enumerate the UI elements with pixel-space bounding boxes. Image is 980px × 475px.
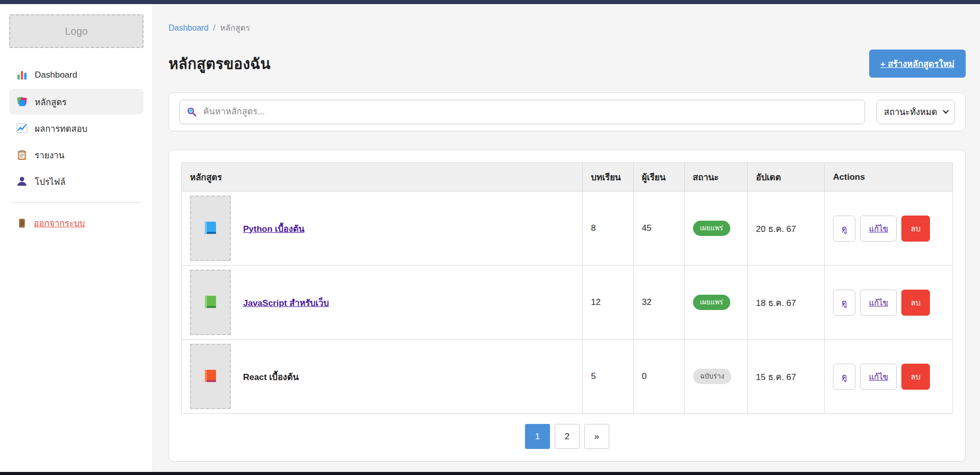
status-filter-wrapper: สถานะทั้งหมด <box>876 100 955 124</box>
page-button-next[interactable]: » <box>584 424 609 449</box>
status-filter-select[interactable]: สถานะทั้งหมด <box>876 100 955 124</box>
title-row: หลักสูตรของฉัน + สร้างหลักสูตรใหม่ <box>169 50 966 78</box>
sidebar-item-label: หลักสูตร <box>35 95 66 109</box>
course-title: React เบื้องต้น <box>243 370 299 384</box>
orange-book-icon <box>204 369 217 384</box>
sidebar-item-label: ผลการทดสอบ <box>35 122 87 135</box>
updated-date: 18 ธ.ค. 67 <box>748 266 825 340</box>
view-button[interactable]: ดู <box>833 364 855 390</box>
course-cell: React เบื้องต้น <box>190 344 574 409</box>
actions-cell: ดู แก้ไข ลบ <box>833 364 944 390</box>
page-title: หลักสูตรของฉัน <box>169 52 271 76</box>
actions-cell: ดู แก้ไข ลบ <box>833 216 944 242</box>
table-header-row: หลักสูตร บทเรียน ผู้เรียน สถานะ อัปเดต A… <box>182 163 953 192</box>
table-row: React เบื้องต้น 5 0 ฉบับร่าง 15 ธ.ค. 67 … <box>182 340 953 414</box>
edit-button[interactable]: แก้ไข <box>860 216 897 242</box>
column-header-status: สถานะ <box>684 163 748 192</box>
sidebar-nav: Dashboard หลักสูตร <box>9 62 144 194</box>
course-title-link[interactable]: Python เบื้องต้น <box>243 222 304 235</box>
top-border-strip <box>0 0 980 4</box>
sidebar-item-dashboard[interactable]: Dashboard <box>9 62 144 88</box>
course-thumbnail-placeholder <box>190 270 231 335</box>
learners-count: 45 <box>633 192 684 266</box>
delete-button[interactable]: ลบ <box>901 216 929 242</box>
sidebar-item-courses[interactable]: หลักสูตร <box>9 89 144 114</box>
table-row: Python เบื้องต้น 8 45 เผยแพร่ 20 ธ.ค. 67… <box>182 192 953 266</box>
line-chart-icon <box>16 123 28 134</box>
breadcrumb-current: หลักสูตร <box>220 21 250 34</box>
create-course-button[interactable]: + สร้างหลักสูตรใหม่ <box>869 50 966 78</box>
search-field-wrapper <box>179 100 865 124</box>
actions-cell: ดู แก้ไข ลบ <box>833 290 944 316</box>
door-icon <box>16 218 28 229</box>
column-header-learners: ผู้เรียน <box>633 163 684 192</box>
sidebar-item-test-results[interactable]: ผลการทดสอบ <box>9 115 144 141</box>
updated-date: 15 ธ.ค. 67 <box>748 340 825 414</box>
logo-text: Logo <box>65 26 88 37</box>
magnifier-icon <box>186 107 197 117</box>
filters-card: สถานะทั้งหมด <box>169 92 966 131</box>
updated-date: 20 ธ.ค. 67 <box>748 192 825 266</box>
course-thumbnail-placeholder <box>190 196 231 261</box>
courses-table-card: หลักสูตร บทเรียน ผู้เรียน สถานะ อัปเดต A… <box>169 150 966 462</box>
learners-count: 0 <box>633 340 684 414</box>
sidebar-item-reports[interactable]: รายงาน <box>9 142 144 168</box>
view-button[interactable]: ดู <box>833 290 855 316</box>
column-header-lessons: บทเรียน <box>583 163 634 192</box>
bottom-border-strip <box>0 472 980 475</box>
books-icon <box>16 96 28 107</box>
logout-label: ออกจากระบบ <box>34 216 85 230</box>
edit-button[interactable]: แก้ไข <box>860 290 897 316</box>
course-cell: JavaScript สำหรับเว็บ <box>190 270 574 335</box>
sidebar-item-label: โปรไฟล์ <box>35 175 65 188</box>
column-header-actions: Actions <box>825 163 953 192</box>
status-badge: เผยแพร่ <box>693 221 730 236</box>
lessons-count: 8 <box>583 192 634 266</box>
green-book-icon <box>204 295 217 310</box>
sidebar-divider <box>11 202 141 203</box>
lessons-count: 12 <box>583 266 634 340</box>
learners-count: 32 <box>633 266 684 340</box>
logout-link[interactable]: ออกจากระบบ <box>9 211 144 235</box>
delete-button[interactable]: ลบ <box>901 290 929 316</box>
main-content: Dashboard / หลักสูตร หลักสูตรของฉัน + สร… <box>153 4 980 472</box>
column-header-updated: อัปเดต <box>748 163 825 192</box>
bar-chart-icon <box>16 69 28 81</box>
courses-table: หลักสูตร บทเรียน ผู้เรียน สถานะ อัปเดต A… <box>181 162 953 414</box>
status-badge: ฉบับร่าง <box>693 369 732 384</box>
sidebar-item-label: Dashboard <box>35 70 77 80</box>
course-cell: Python เบื้องต้น <box>190 196 574 261</box>
pagination: 1 2 » <box>181 424 953 449</box>
page-button-2[interactable]: 2 <box>555 424 580 449</box>
clipboard-icon <box>16 149 28 160</box>
page-button-1[interactable]: 1 <box>525 424 550 449</box>
course-title-link[interactable]: JavaScript สำหรับเว็บ <box>243 296 329 310</box>
column-header-course: หลักสูตร <box>182 163 583 192</box>
breadcrumb-separator: / <box>213 23 215 33</box>
search-input[interactable] <box>179 100 865 124</box>
app-window: Logo Dashboard <box>0 4 980 472</box>
course-thumbnail-placeholder <box>190 344 231 409</box>
delete-button[interactable]: ลบ <box>901 364 929 390</box>
edit-button[interactable]: แก้ไข <box>860 364 897 390</box>
sidebar: Logo Dashboard <box>0 4 153 472</box>
sidebar-item-profile[interactable]: โปรไฟล์ <box>9 169 144 194</box>
person-icon <box>16 176 28 187</box>
sidebar-item-label: รายงาน <box>35 148 64 162</box>
blue-book-icon <box>204 221 217 236</box>
logo-placeholder: Logo <box>9 14 144 48</box>
lessons-count: 5 <box>583 340 634 414</box>
table-row: JavaScript สำหรับเว็บ 12 32 เผยแพร่ 18 ธ… <box>182 266 953 340</box>
breadcrumb: Dashboard / หลักสูตร <box>169 21 966 34</box>
status-badge: เผยแพร่ <box>693 295 730 310</box>
view-button[interactable]: ดู <box>833 216 855 242</box>
breadcrumb-dashboard-link[interactable]: Dashboard <box>169 23 208 33</box>
